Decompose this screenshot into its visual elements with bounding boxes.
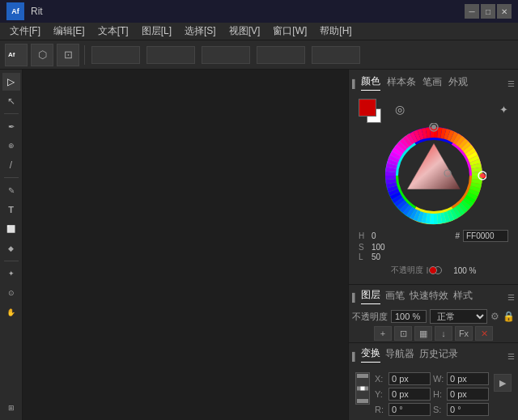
tab-quickeffects[interactable]: 快速特效 — [410, 287, 448, 304]
h-input[interactable] — [447, 388, 489, 401]
x-input[interactable] — [388, 372, 431, 385]
layer-opacity-input[interactable] — [391, 310, 427, 323]
toolbar-spacer-2[interactable] — [146, 46, 195, 64]
menu-view[interactable]: 视图[V] — [223, 23, 267, 40]
line-tool-btn[interactable]: / — [2, 156, 20, 174]
transform-panel-menu-icon[interactable]: ☰ — [507, 352, 515, 361]
toolbar-btn-logo[interactable]: Af — [5, 44, 28, 66]
tab-history[interactable]: 历史记录 — [419, 346, 458, 363]
menu-layers[interactable]: 图层[L] — [135, 23, 178, 40]
opacity-label: 不透明度 — [391, 265, 423, 276]
layer-merge-btn[interactable]: ↓ — [435, 326, 452, 341]
h-label: H — [359, 231, 368, 240]
s-input[interactable] — [447, 403, 489, 416]
layer-settings-icon[interactable]: ⚙ — [490, 311, 499, 322]
export-tool-btn[interactable]: ⊞ — [2, 399, 20, 417]
toolbar-layers-btn[interactable]: ⊡ — [57, 44, 79, 66]
h-field-row: H: — [433, 388, 489, 401]
x-label: X: — [375, 374, 386, 384]
transform-more-btn[interactable]: ▶ — [494, 374, 512, 392]
toolbar-spacer-3[interactable] — [202, 46, 250, 64]
menu-text[interactable]: 文本[T] — [91, 23, 135, 40]
tab-navigator[interactable]: 导航器 — [385, 346, 414, 363]
layer-add-btn[interactable]: + — [374, 326, 392, 341]
color-values: H 0 # S 100 L 50 — [352, 228, 515, 263]
tab-layers[interactable]: 图层 — [361, 286, 380, 304]
pen-tool-btn[interactable]: ✒ — [2, 117, 20, 135]
layer-blend-select[interactable]: 正常 — [430, 309, 487, 324]
transform-anchor-grid[interactable] — [355, 372, 370, 405]
lt-sep-3 — [4, 261, 19, 261]
layer-lock-icon[interactable]: 🔒 — [503, 311, 515, 322]
w-label: W: — [433, 374, 444, 384]
minimize-button[interactable]: ─ — [465, 4, 479, 19]
transform-fields-container: X: W: Y: H: — [375, 372, 489, 416]
color-panel-collapse-icon[interactable]: ▌ — [352, 79, 358, 88]
fill-tool-btn[interactable]: ◆ — [2, 240, 20, 257]
menu-window[interactable]: 窗口[W] — [266, 23, 313, 40]
tab-swatches[interactable]: 样本条 — [387, 74, 416, 91]
menu-file[interactable]: 文件[F] — [3, 23, 47, 40]
color-panel-menu-icon[interactable]: ☰ — [507, 79, 515, 88]
zoom-tool-btn[interactable]: ⊙ — [2, 284, 20, 302]
menu-edit[interactable]: 编辑[E] — [47, 23, 91, 40]
r-input[interactable] — [388, 403, 431, 416]
transform-panel: ▌ 变换 导航器 历史记录 ☰ — [349, 343, 518, 420]
tab-transform[interactable]: 变换 — [361, 345, 380, 363]
layers-panel-collapse-icon[interactable]: ▌ — [352, 293, 358, 302]
h-value: 0 — [372, 231, 394, 240]
layer-group-btn[interactable]: ▦ — [414, 326, 432, 341]
color-wheel-svg[interactable] — [381, 123, 486, 228]
layer-delete-btn[interactable]: ✕ — [475, 326, 493, 341]
text-tool-btn[interactable]: T — [2, 201, 20, 218]
select-tool-btn[interactable]: ▷ — [2, 73, 20, 91]
shape-tool-btn[interactable]: ⬜ — [2, 220, 20, 238]
color-selector-icon[interactable]: ◎ — [393, 102, 407, 117]
lt-sep-1 — [4, 113, 19, 114]
canvas-area[interactable] — [23, 70, 348, 420]
tab-brush[interactable]: 画笔 — [385, 287, 405, 304]
toolbar-spacer-1[interactable] — [91, 46, 140, 64]
opacity-slider[interactable] — [427, 267, 428, 274]
pencil-tool-btn[interactable]: ✎ — [2, 181, 20, 199]
w-input[interactable] — [447, 372, 489, 385]
menu-select[interactable]: 选择[S] — [178, 23, 223, 40]
s-field-row: S: — [433, 403, 489, 416]
s-value: 100 — [372, 243, 394, 252]
layer-duplicate-btn[interactable]: ⊡ — [394, 326, 412, 341]
window-controls: ─ □ ✕ — [465, 4, 512, 19]
tab-color[interactable]: 颜色 — [361, 73, 380, 91]
menu-help[interactable]: 帮助[H] — [313, 23, 358, 40]
maximize-button[interactable]: □ — [481, 4, 495, 19]
hex-input[interactable] — [463, 230, 508, 242]
toolbar-spacer-5[interactable] — [312, 46, 360, 64]
s-label: S — [359, 243, 368, 252]
tab-styles[interactable]: 样式 — [453, 287, 473, 304]
anchor-bm — [361, 399, 365, 403]
h-label: H: — [433, 389, 444, 399]
transform-content: X: W: Y: H: — [352, 369, 515, 419]
transform-panel-collapse-icon[interactable]: ▌ — [352, 352, 358, 361]
color-panel: ▌ 颜色 样本条 笔画 外观 ☰ ◎ ✦ — [349, 70, 518, 285]
tab-stroke[interactable]: 笔画 — [422, 74, 442, 91]
eyedropper-icon[interactable]: ✦ — [499, 104, 508, 116]
layer-fx-btn[interactable]: Fx — [455, 326, 473, 341]
opacity-thumb[interactable] — [429, 266, 437, 274]
node-tool-btn[interactable]: ⊕ — [2, 137, 20, 155]
y-input[interactable] — [388, 388, 431, 401]
app-title: Rit — [31, 6, 43, 17]
pointer-tool-btn[interactable]: ↖ — [2, 92, 20, 110]
tab-appearance[interactable]: 外观 — [448, 74, 468, 91]
l-value: 50 — [372, 252, 394, 261]
hand-tool-btn[interactable]: ✋ — [2, 303, 20, 321]
layers-panel-menu-icon[interactable]: ☰ — [507, 293, 515, 302]
eyedropper-tool-btn[interactable]: ✦ — [2, 265, 20, 282]
fg-color-swatch[interactable] — [359, 99, 376, 117]
anchor-tm — [361, 374, 365, 378]
layers-tabs: 图层 画笔 快速特效 样式 — [361, 286, 473, 304]
x-field-row: X: — [375, 372, 431, 385]
toolbar-spacer-4[interactable] — [257, 46, 305, 64]
toolbar-grid-btn[interactable]: ⬡ — [31, 44, 53, 66]
opacity-value: 100 % — [448, 266, 477, 275]
close-button[interactable]: ✕ — [497, 4, 512, 19]
